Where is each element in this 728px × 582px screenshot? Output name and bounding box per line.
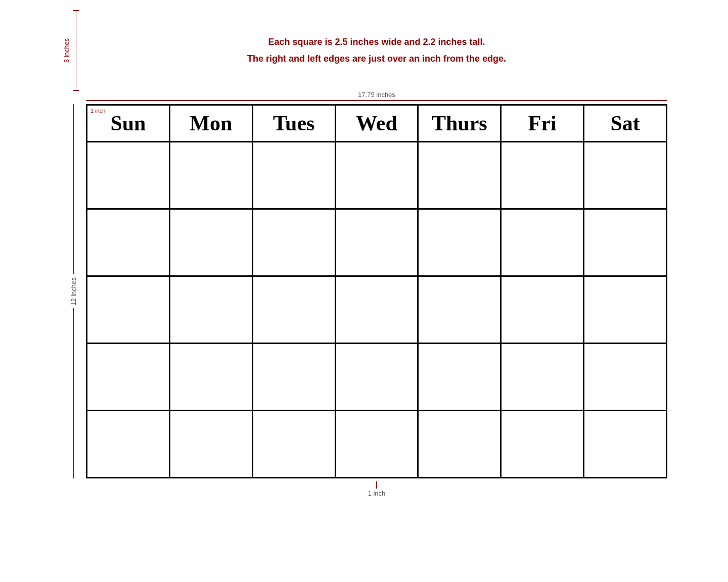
top-corner-area: 3 inches Each square is 2.5 inches wide … [61,10,667,91]
cell-2-6 [502,210,584,275]
cell-1-6 [502,142,584,208]
day-label-sun: Sun [110,111,146,135]
cell-1-2 [170,142,253,208]
cell-2-2 [170,210,253,275]
page-wrapper: 3 inches Each square is 2.5 inches wide … [61,10,667,497]
cell-2-3 [253,210,336,275]
calendar-row-2 [87,210,666,277]
calendar-row-3 [87,277,666,344]
day-label-tues: Tues [273,111,315,135]
cell-4-7 [584,344,666,410]
day-label-mon: Mon [190,111,232,135]
calendar-row-1 [87,142,666,210]
three-inch-label: 3 inches [63,38,70,63]
cell-5-2 [170,411,253,477]
three-inch-annotation: 3 inches [61,10,86,91]
top-tick [73,10,79,11]
dimension-text-2: The right and left edges are just over a… [247,54,506,64]
cell-1-5 [419,142,502,208]
cell-2-1 [87,210,170,275]
cell-5-7 [584,411,666,477]
header-cell-wed: Wed [336,106,419,141]
cell-3-6 [502,277,584,343]
cell-4-3 [253,344,336,410]
bottom-inch-label: 1 inch [368,490,386,497]
v-line-3inch [76,10,76,91]
cell-4-5 [419,344,502,410]
height-label: 12 inches [70,277,77,306]
width-line [86,100,667,101]
top-text-block: Each square is 2.5 inches wide and 2.2 i… [86,10,667,91]
cell-2-4 [336,210,419,275]
calendar-row-4 [87,344,666,411]
day-label-wed: Wed [356,111,397,135]
cell-2-5 [419,210,502,275]
cell-3-2 [170,277,253,343]
calendar-header-row: 1 inch Sun Mon Tues Wed Thurs Fri [87,106,666,142]
corner-inch-label: 1 inch [90,108,105,114]
cell-4-4 [336,344,419,410]
cell-2-7 [584,210,666,275]
cell-1-4 [336,142,419,208]
cell-3-1 [87,277,170,343]
cell-4-6 [502,344,584,410]
cell-5-1 [87,411,170,477]
width-label: 17.75 inches [358,91,395,99]
header-cell-tues: Tues [253,106,336,141]
cell-4-2 [170,344,253,410]
cell-1-1 [87,142,170,208]
dimension-text-1: Each square is 2.5 inches wide and 2.2 i… [268,37,485,47]
bottom-tick [376,481,377,489]
header-cell-thurs: Thurs [419,106,502,141]
cell-3-4 [336,277,419,343]
header-cell-sun: 1 inch Sun [87,106,170,141]
header-cell-sat: Sat [584,106,666,141]
cell-4-1 [87,344,170,410]
cell-1-7 [584,142,666,208]
header-cell-fri: Fri [502,106,584,141]
calendar-rows [87,142,666,477]
cell-3-7 [584,277,666,343]
cell-5-5 [419,411,502,477]
cell-5-6 [502,411,584,477]
calendar-row-5 [87,411,666,477]
day-label-sat: Sat [610,111,640,135]
bottom-annotation: 1 inch [368,481,386,497]
height-annotation: 12 inches [61,104,86,478]
day-label-fri: Fri [528,111,557,135]
calendar-area: 12 inches 1 inch Sun Mon Tues Wed [61,104,667,478]
cell-3-5 [419,277,502,343]
day-label-thurs: Thurs [432,111,487,135]
bottom-tick [73,90,79,91]
calendar-grid: 1 inch Sun Mon Tues Wed Thurs Fri [86,104,667,478]
header-cell-mon: Mon [170,106,253,141]
cell-5-4 [336,411,419,477]
cell-1-3 [253,142,336,208]
cell-3-3 [253,277,336,343]
width-annotation: 17.75 inches [86,91,667,101]
cell-5-3 [253,411,336,477]
